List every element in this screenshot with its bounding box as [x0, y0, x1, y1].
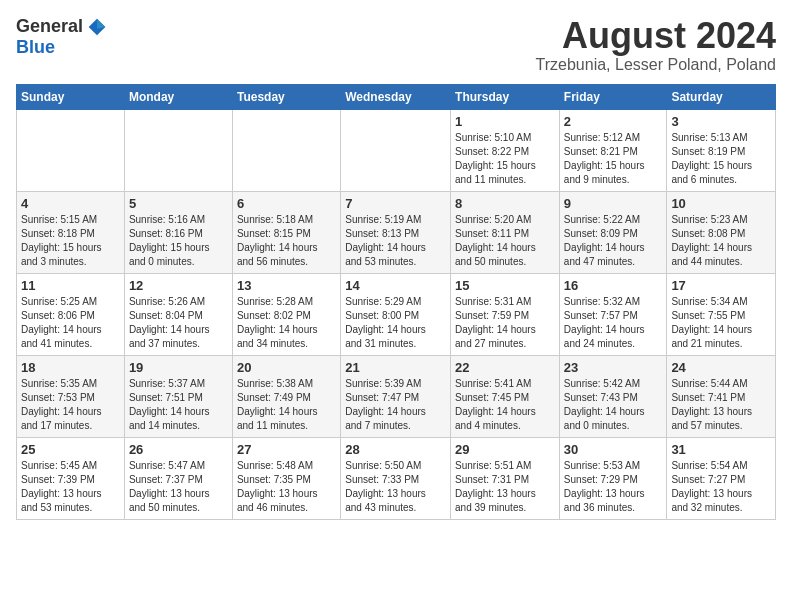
day-number: 27: [237, 442, 336, 457]
day-cell: 8Sunrise: 5:20 AM Sunset: 8:11 PM Daylig…: [451, 191, 560, 273]
day-cell: 11Sunrise: 5:25 AM Sunset: 8:06 PM Dayli…: [17, 273, 125, 355]
day-number: 23: [564, 360, 663, 375]
day-cell: 10Sunrise: 5:23 AM Sunset: 8:08 PM Dayli…: [667, 191, 776, 273]
header-day-tuesday: Tuesday: [232, 84, 340, 109]
day-cell: [17, 109, 125, 191]
day-info: Sunrise: 5:42 AM Sunset: 7:43 PM Dayligh…: [564, 377, 663, 433]
day-cell: 31Sunrise: 5:54 AM Sunset: 7:27 PM Dayli…: [667, 437, 776, 519]
day-info: Sunrise: 5:45 AM Sunset: 7:39 PM Dayligh…: [21, 459, 120, 515]
week-row-4: 18Sunrise: 5:35 AM Sunset: 7:53 PM Dayli…: [17, 355, 776, 437]
day-info: Sunrise: 5:35 AM Sunset: 7:53 PM Dayligh…: [21, 377, 120, 433]
day-info: Sunrise: 5:23 AM Sunset: 8:08 PM Dayligh…: [671, 213, 771, 269]
week-row-3: 11Sunrise: 5:25 AM Sunset: 8:06 PM Dayli…: [17, 273, 776, 355]
day-number: 30: [564, 442, 663, 457]
day-cell: 29Sunrise: 5:51 AM Sunset: 7:31 PM Dayli…: [451, 437, 560, 519]
day-number: 10: [671, 196, 771, 211]
day-cell: 24Sunrise: 5:44 AM Sunset: 7:41 PM Dayli…: [667, 355, 776, 437]
day-number: 20: [237, 360, 336, 375]
day-info: Sunrise: 5:34 AM Sunset: 7:55 PM Dayligh…: [671, 295, 771, 351]
day-cell: 6Sunrise: 5:18 AM Sunset: 8:15 PM Daylig…: [232, 191, 340, 273]
day-cell: 17Sunrise: 5:34 AM Sunset: 7:55 PM Dayli…: [667, 273, 776, 355]
day-number: 26: [129, 442, 228, 457]
calendar-table: SundayMondayTuesdayWednesdayThursdayFrid…: [16, 84, 776, 520]
day-number: 22: [455, 360, 555, 375]
day-number: 5: [129, 196, 228, 211]
day-info: Sunrise: 5:19 AM Sunset: 8:13 PM Dayligh…: [345, 213, 446, 269]
calendar-header-row: SundayMondayTuesdayWednesdayThursdayFrid…: [17, 84, 776, 109]
day-info: Sunrise: 5:13 AM Sunset: 8:19 PM Dayligh…: [671, 131, 771, 187]
title-section: August 2024 Trzebunia, Lesser Poland, Po…: [536, 16, 776, 74]
day-cell: 19Sunrise: 5:37 AM Sunset: 7:51 PM Dayli…: [124, 355, 232, 437]
day-number: 17: [671, 278, 771, 293]
day-cell: [124, 109, 232, 191]
day-number: 14: [345, 278, 446, 293]
header: General Blue August 2024 Trzebunia, Less…: [16, 16, 776, 74]
day-cell: 1Sunrise: 5:10 AM Sunset: 8:22 PM Daylig…: [451, 109, 560, 191]
day-info: Sunrise: 5:37 AM Sunset: 7:51 PM Dayligh…: [129, 377, 228, 433]
day-number: 16: [564, 278, 663, 293]
day-number: 28: [345, 442, 446, 457]
week-row-2: 4Sunrise: 5:15 AM Sunset: 8:18 PM Daylig…: [17, 191, 776, 273]
week-row-1: 1Sunrise: 5:10 AM Sunset: 8:22 PM Daylig…: [17, 109, 776, 191]
day-cell: 9Sunrise: 5:22 AM Sunset: 8:09 PM Daylig…: [559, 191, 667, 273]
day-number: 25: [21, 442, 120, 457]
day-number: 24: [671, 360, 771, 375]
day-info: Sunrise: 5:12 AM Sunset: 8:21 PM Dayligh…: [564, 131, 663, 187]
header-day-sunday: Sunday: [17, 84, 125, 109]
day-cell: 5Sunrise: 5:16 AM Sunset: 8:16 PM Daylig…: [124, 191, 232, 273]
day-info: Sunrise: 5:39 AM Sunset: 7:47 PM Dayligh…: [345, 377, 446, 433]
calendar-subtitle: Trzebunia, Lesser Poland, Poland: [536, 56, 776, 74]
day-cell: 27Sunrise: 5:48 AM Sunset: 7:35 PM Dayli…: [232, 437, 340, 519]
day-cell: 15Sunrise: 5:31 AM Sunset: 7:59 PM Dayli…: [451, 273, 560, 355]
day-cell: 22Sunrise: 5:41 AM Sunset: 7:45 PM Dayli…: [451, 355, 560, 437]
logo-general: General: [16, 16, 83, 37]
day-number: 3: [671, 114, 771, 129]
header-day-wednesday: Wednesday: [341, 84, 451, 109]
day-info: Sunrise: 5:16 AM Sunset: 8:16 PM Dayligh…: [129, 213, 228, 269]
day-info: Sunrise: 5:22 AM Sunset: 8:09 PM Dayligh…: [564, 213, 663, 269]
day-cell: [232, 109, 340, 191]
day-cell: [341, 109, 451, 191]
day-info: Sunrise: 5:20 AM Sunset: 8:11 PM Dayligh…: [455, 213, 555, 269]
day-cell: 4Sunrise: 5:15 AM Sunset: 8:18 PM Daylig…: [17, 191, 125, 273]
day-number: 15: [455, 278, 555, 293]
day-number: 12: [129, 278, 228, 293]
day-info: Sunrise: 5:44 AM Sunset: 7:41 PM Dayligh…: [671, 377, 771, 433]
day-info: Sunrise: 5:32 AM Sunset: 7:57 PM Dayligh…: [564, 295, 663, 351]
day-number: 11: [21, 278, 120, 293]
day-info: Sunrise: 5:26 AM Sunset: 8:04 PM Dayligh…: [129, 295, 228, 351]
day-cell: 12Sunrise: 5:26 AM Sunset: 8:04 PM Dayli…: [124, 273, 232, 355]
day-info: Sunrise: 5:50 AM Sunset: 7:33 PM Dayligh…: [345, 459, 446, 515]
day-number: 19: [129, 360, 228, 375]
day-cell: 23Sunrise: 5:42 AM Sunset: 7:43 PM Dayli…: [559, 355, 667, 437]
day-info: Sunrise: 5:25 AM Sunset: 8:06 PM Dayligh…: [21, 295, 120, 351]
day-cell: 7Sunrise: 5:19 AM Sunset: 8:13 PM Daylig…: [341, 191, 451, 273]
day-info: Sunrise: 5:51 AM Sunset: 7:31 PM Dayligh…: [455, 459, 555, 515]
day-number: 29: [455, 442, 555, 457]
day-number: 21: [345, 360, 446, 375]
day-info: Sunrise: 5:38 AM Sunset: 7:49 PM Dayligh…: [237, 377, 336, 433]
day-number: 6: [237, 196, 336, 211]
day-number: 13: [237, 278, 336, 293]
day-info: Sunrise: 5:48 AM Sunset: 7:35 PM Dayligh…: [237, 459, 336, 515]
day-cell: 21Sunrise: 5:39 AM Sunset: 7:47 PM Dayli…: [341, 355, 451, 437]
day-number: 4: [21, 196, 120, 211]
day-info: Sunrise: 5:29 AM Sunset: 8:00 PM Dayligh…: [345, 295, 446, 351]
header-day-saturday: Saturday: [667, 84, 776, 109]
day-cell: 20Sunrise: 5:38 AM Sunset: 7:49 PM Dayli…: [232, 355, 340, 437]
calendar-title: August 2024: [536, 16, 776, 56]
day-info: Sunrise: 5:31 AM Sunset: 7:59 PM Dayligh…: [455, 295, 555, 351]
day-cell: 14Sunrise: 5:29 AM Sunset: 8:00 PM Dayli…: [341, 273, 451, 355]
day-info: Sunrise: 5:10 AM Sunset: 8:22 PM Dayligh…: [455, 131, 555, 187]
day-number: 1: [455, 114, 555, 129]
logo-blue: Blue: [16, 37, 55, 58]
week-row-5: 25Sunrise: 5:45 AM Sunset: 7:39 PM Dayli…: [17, 437, 776, 519]
day-info: Sunrise: 5:15 AM Sunset: 8:18 PM Dayligh…: [21, 213, 120, 269]
day-info: Sunrise: 5:47 AM Sunset: 7:37 PM Dayligh…: [129, 459, 228, 515]
day-number: 8: [455, 196, 555, 211]
day-cell: 2Sunrise: 5:12 AM Sunset: 8:21 PM Daylig…: [559, 109, 667, 191]
logo-icon: [87, 17, 107, 37]
header-day-friday: Friday: [559, 84, 667, 109]
day-number: 2: [564, 114, 663, 129]
day-cell: 3Sunrise: 5:13 AM Sunset: 8:19 PM Daylig…: [667, 109, 776, 191]
